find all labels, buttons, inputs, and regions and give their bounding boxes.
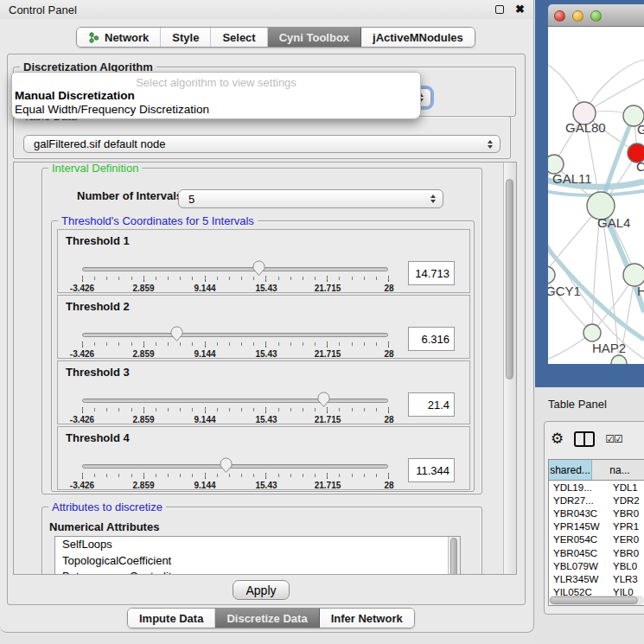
threshold-slider[interactable]: -3.426 2.859 9.144 15.43 21.715 28 <box>82 333 388 337</box>
threshold-slider[interactable]: -3.426 2.859 9.144 15.43 21.715 28 <box>82 267 388 271</box>
tick-label: 21.715 <box>315 481 341 490</box>
slider-tick-labels: -3.426 2.859 9.144 15.43 21.715 28 <box>82 284 389 293</box>
slider-thumb[interactable] <box>219 457 233 474</box>
tab-label: Impute Data <box>139 612 203 625</box>
column-header-name[interactable]: na... <box>592 460 644 480</box>
threshold-slider[interactable]: -3.426 2.859 9.144 15.43 21.715 28 <box>82 464 388 469</box>
slider-minor-ticks <box>82 474 389 477</box>
select-columns-checkboxes-icon[interactable]: ☑☑ <box>605 433 622 445</box>
tick-label: -3.426 <box>70 284 94 293</box>
network-node-label: GAL4 <box>597 215 630 230</box>
table-horizontal-scrollbar[interactable] <box>549 596 644 605</box>
tab-jactivemnodules[interactable]: jActiveMNodules <box>361 28 475 47</box>
network-node[interactable] <box>583 324 601 341</box>
tab-select[interactable]: Select <box>211 28 267 47</box>
network-canvas[interactable]: GAL80GACGAL11GAL4GCY1HHAP2 <box>548 27 644 364</box>
tick-label: 9.144 <box>194 349 215 359</box>
bottom-tabbar: Impute Data Discretize Data Infer Networ… <box>127 608 415 628</box>
network-node[interactable] <box>548 266 555 284</box>
threshold-value-field[interactable]: 21.4 <box>408 392 455 417</box>
threshold-value-field[interactable]: 6.316 <box>408 327 455 351</box>
threshold-label: Threshold 2 <box>66 300 130 313</box>
settings-vertical-scrollbar[interactable] <box>503 163 516 574</box>
apply-button[interactable]: Apply <box>233 580 290 600</box>
attribute-list-item[interactable]: BetweennessCentrality <box>55 569 460 575</box>
column-header-shared[interactable]: shared... <box>549 460 592 480</box>
tab-style[interactable]: Style <box>161 28 211 47</box>
table-row[interactable]: YBR045C YBR0 <box>549 546 644 559</box>
attributes-group: Attributes to discretize Numerical Attri… <box>41 507 482 575</box>
table-data-combobox[interactable]: galFiltered.sif default node <box>23 135 501 153</box>
cell-shared-name: YBR045C <box>549 548 609 558</box>
tab-infer-network[interactable]: Infer Network <box>320 609 414 628</box>
network-node-label: H <box>637 284 644 298</box>
threshold-label: Threshold 4 <box>66 431 130 444</box>
tab-network[interactable]: Network <box>77 28 161 47</box>
slider-track[interactable] <box>82 399 388 403</box>
popup-hint: Select algorithm to view settings <box>12 73 420 89</box>
tick-label: -3.426 <box>70 481 94 490</box>
threshold-value-field[interactable]: 11.344 <box>408 458 455 482</box>
slider-thumb[interactable] <box>252 260 266 277</box>
attributes-list-scrollbar[interactable] <box>448 537 460 575</box>
threshold-value-field[interactable]: 14.713 <box>408 261 455 285</box>
tick-label: 28 <box>384 415 393 424</box>
table-panel-title: Table Panel <box>548 398 607 411</box>
network-node-label: GA <box>637 122 644 137</box>
close-traffic-light-icon[interactable] <box>554 10 565 22</box>
threshold-panel: Threshold 3 -3.426 <box>57 360 470 424</box>
attribute-list-item[interactable]: SelfLoops <box>55 537 460 553</box>
table-row[interactable]: YPR145W YPR1 <box>549 520 644 533</box>
tick-label: -3.426 <box>70 415 94 424</box>
threshold-label: Threshold 1 <box>66 234 130 247</box>
popup-item-manual-discretization[interactable]: Manual Discretization <box>12 89 420 103</box>
close-icon[interactable]: ✖ <box>515 5 525 14</box>
table-body: YDL19... YDL1 YDR27... YDR2 YBR043C YBR0… <box>549 481 644 599</box>
control-panel-titlebar: Control Panel ✖ <box>0 0 533 19</box>
tick-label: 15.43 <box>255 284 277 293</box>
slider-tick-labels: -3.426 2.859 9.144 15.43 21.715 28 <box>82 481 389 490</box>
zoom-traffic-light-icon[interactable] <box>590 10 602 22</box>
cell-shared-name: YER054C <box>549 534 609 545</box>
attribute-list-item[interactable]: TopologicalCoefficient <box>55 553 460 570</box>
table-row[interactable]: YDL19... YDL1 <box>549 481 644 494</box>
tab-impute-data[interactable]: Impute Data <box>128 609 215 628</box>
tab-cyni-toolbox[interactable]: Cyni Toolbox <box>268 28 361 47</box>
cell-shared-name: YBR043C <box>549 508 609 519</box>
table-row[interactable]: YDR27... YDR2 <box>549 494 644 507</box>
tick-label: 21.715 <box>315 284 341 293</box>
slider-thumb[interactable] <box>169 326 184 342</box>
table-data-value: galFiltered.sif default node <box>34 137 165 150</box>
tick-label: 21.715 <box>315 415 341 424</box>
tab-discretize-data[interactable]: Discretize Data <box>215 609 319 628</box>
float-window-icon[interactable] <box>495 5 504 14</box>
table-row[interactable]: YBL079W YBL0 <box>549 559 644 572</box>
network-window-titlebar <box>548 4 644 27</box>
table-row[interactable]: YBR043C YBR0 <box>549 507 644 520</box>
popup-item-equal-width-frequency[interactable]: Equal Width/Frequency Discretization <box>12 103 420 117</box>
slider-track[interactable] <box>82 333 388 337</box>
gear-icon[interactable]: ⚙ <box>551 431 564 447</box>
columns-icon[interactable] <box>574 431 595 447</box>
cell-shared-name: YLR345W <box>549 574 609 584</box>
table-row[interactable]: YER054C YER0 <box>549 533 644 546</box>
minimize-traffic-light-icon[interactable] <box>572 10 583 22</box>
tick-label: 2.859 <box>132 284 154 293</box>
network-node-label: C <box>636 159 644 174</box>
tab-label: Infer Network <box>331 612 403 625</box>
table-panel-titlebar: Table Panel <box>538 392 644 416</box>
slider-track[interactable] <box>82 464 388 469</box>
cell-name: YDR2 <box>609 495 640 506</box>
algorithm-dropdown-popup: Select algorithm to view settings Manual… <box>11 72 421 119</box>
cyni-toolbox-panel: Discretization Algorithm Select algorith… <box>7 54 526 605</box>
slider-thumb[interactable] <box>316 392 331 408</box>
tick-label: -3.426 <box>70 349 94 359</box>
slider-track[interactable] <box>82 267 388 271</box>
number-of-intervals-combobox[interactable]: 5 <box>178 189 443 208</box>
network-node[interactable] <box>611 355 627 364</box>
tick-label: 15.43 <box>255 415 277 424</box>
tick-label: 21.715 <box>315 349 341 359</box>
table-row[interactable]: YLR345W YLR3 <box>549 572 644 585</box>
network-icon <box>88 32 99 43</box>
threshold-slider[interactable]: -3.426 2.859 9.144 15.43 21.715 28 <box>82 399 388 403</box>
